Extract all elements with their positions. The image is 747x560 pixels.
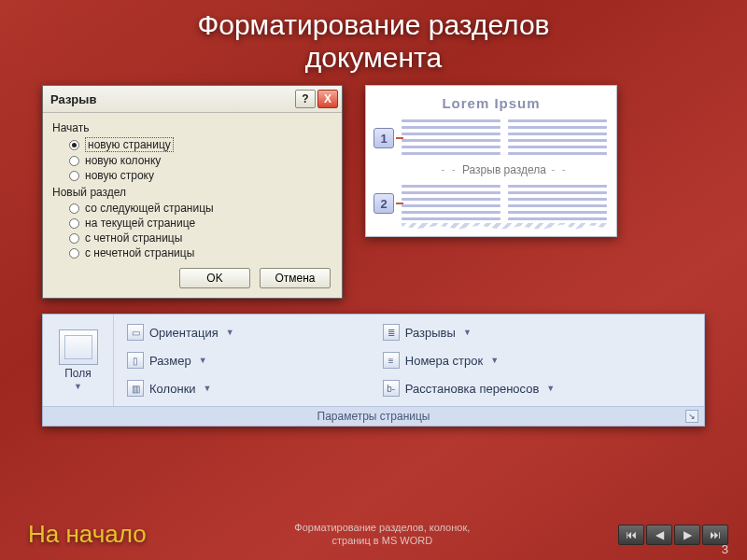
- chevron-down-icon: ▼: [546, 384, 555, 393]
- section-break-label: Разрыв раздела: [402, 163, 607, 176]
- radio-new-column[interactable]: новую колонку: [69, 153, 332, 168]
- breaks-icon: ≣: [383, 324, 400, 341]
- page-layout-ribbon: Поля ▼ ▭ Ориентация ▼ ≣ Разрывы ▼ ▯ Разм…: [42, 314, 705, 427]
- diagram-badge-1: 1: [374, 128, 394, 148]
- footer-caption: Форматирование разделов, колонок, страни…: [147, 522, 618, 546]
- radio-dot-icon: [69, 218, 79, 229]
- diagram-badge-2: 2: [374, 193, 394, 214]
- chevron-down-icon: ▼: [204, 384, 212, 393]
- radio-dot-icon: [69, 203, 79, 214]
- size-icon: ▯: [127, 352, 144, 369]
- nav-first-button[interactable]: ⏮: [618, 525, 644, 545]
- radio-dot-icon: [69, 248, 79, 259]
- dialog-launcher-icon[interactable]: ↘: [685, 410, 698, 423]
- slide-number: 3: [722, 542, 728, 556]
- radio-next-page[interactable]: со следующей страницы: [69, 201, 332, 216]
- hyphenation-button[interactable]: b- Расстановка переносов ▼: [377, 380, 697, 397]
- radio-dot-icon: [69, 140, 79, 150]
- slide-nav: ⏮ ◀ ▶ ⏭: [618, 525, 728, 545]
- radio-current-page[interactable]: на текущей странице: [69, 216, 332, 231]
- diagram-title: Lorem Ipsum: [375, 95, 607, 111]
- chevron-down-icon: ▼: [74, 382, 82, 391]
- breaks-button[interactable]: ≣ Разрывы ▼: [377, 324, 697, 341]
- group-section-label: Новый раздел: [52, 186, 332, 199]
- section-break-diagram: Lorem Ipsum 1 Разрыв раздела 2: [365, 85, 617, 237]
- columns-button[interactable]: ▥ Колонки ▼: [121, 380, 377, 397]
- radio-dot-icon: [69, 156, 79, 166]
- radio-dot-icon: [69, 233, 79, 244]
- nav-prev-button[interactable]: ◀: [646, 525, 672, 545]
- radio-odd-page[interactable]: с нечетной страницы: [69, 245, 332, 260]
- chevron-down-icon: ▼: [490, 356, 499, 365]
- radio-new-page[interactable]: новую страницу: [69, 136, 332, 153]
- radio-new-line[interactable]: новую строку: [69, 168, 332, 183]
- columns-icon: ▥: [127, 380, 144, 397]
- line-numbers-button[interactable]: ≡ Номера строк ▼: [377, 352, 697, 369]
- group-begin-label: Начать: [52, 121, 332, 134]
- break-dialog: Разрыв ? X Начать новую страницу новую к…: [42, 85, 343, 299]
- nav-next-button[interactable]: ▶: [674, 525, 700, 545]
- size-button[interactable]: ▯ Размер ▼: [121, 352, 377, 369]
- help-button[interactable]: ?: [295, 90, 316, 108]
- margins-icon: [59, 329, 98, 365]
- chevron-down-icon: ▼: [463, 328, 472, 337]
- cancel-button[interactable]: Отмена: [260, 268, 331, 288]
- line-numbers-icon: ≡: [383, 352, 400, 369]
- ok-button[interactable]: OK: [179, 268, 250, 288]
- slide-footer: На начало Форматирование разделов, колон…: [0, 520, 747, 549]
- hyphenation-icon: b-: [383, 380, 400, 397]
- close-button[interactable]: X: [317, 90, 338, 108]
- radio-even-page[interactable]: с четной страницы: [69, 231, 332, 245]
- dialog-titlebar[interactable]: Разрыв ? X: [43, 86, 342, 113]
- to-start-link[interactable]: На начало: [28, 520, 147, 549]
- chevron-down-icon: ▼: [226, 328, 234, 337]
- ribbon-group-caption: Параметры страницы ↘: [43, 406, 704, 426]
- dialog-title: Разрыв: [50, 92, 96, 106]
- orientation-button[interactable]: ▭ Ориентация ▼: [121, 324, 377, 341]
- chevron-down-icon: ▼: [199, 356, 207, 365]
- slide-title: Форматирование разделов документа: [0, 0, 747, 76]
- orientation-icon: ▭: [127, 324, 144, 341]
- margins-button[interactable]: Поля ▼: [43, 315, 114, 406]
- radio-dot-icon: [69, 171, 79, 181]
